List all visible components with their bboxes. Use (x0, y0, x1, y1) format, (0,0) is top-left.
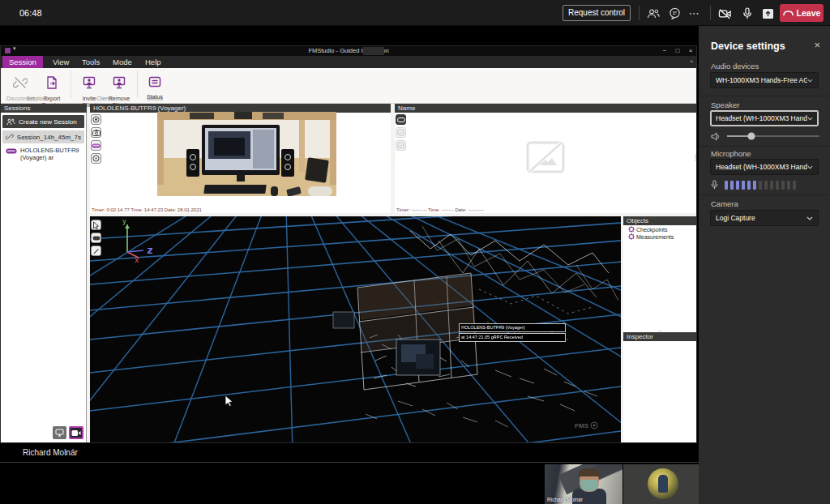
export-session-button[interactable]: Export Session (38, 70, 66, 109)
name-panel-header: Name (395, 104, 696, 113)
status-icon (148, 76, 161, 88)
camera-dropdown[interactable]: Logi Capture (710, 210, 819, 226)
device-settings-panel: Device settings × Audio devices WH-1000X… (699, 26, 830, 504)
ribbon-group-clients: Clients (75, 96, 134, 101)
share-screen-icon[interactable] (761, 6, 775, 20)
hangup-icon (783, 11, 794, 16)
menu-tools[interactable]: Tools (75, 56, 106, 68)
maximize-button[interactable]: □ (672, 46, 683, 56)
3d-viewport[interactable]: x z y (90, 216, 621, 442)
sessions-panel: Create new Session Session_14h_45m_7s HO… (1, 113, 87, 442)
meeting-window: 06:48 Request control ⋯ Leave (0, 0, 830, 504)
leave-button[interactable]: Leave (780, 4, 824, 22)
hololens-tool-icon[interactable] (91, 233, 101, 243)
microphone-label: Microphone (711, 149, 751, 158)
volume-slider[interactable] (727, 135, 819, 137)
mic-level-meter (725, 181, 796, 190)
close-panel-icon[interactable]: × (814, 39, 820, 51)
capture-target-icon[interactable] (91, 153, 101, 164)
ribbon-group-sessions: Sessions (4, 96, 71, 101)
fmstudio-ribbon: Disconnect Export Session Invite Client … (1, 68, 696, 104)
remote-cursor-highlight (363, 47, 384, 55)
gear-icon (628, 226, 635, 233)
draw-tool-icon[interactable] (91, 246, 101, 256)
snapshot-icon[interactable] (91, 127, 101, 138)
camera-off-icon[interactable] (718, 6, 732, 20)
hololens-view-icon[interactable] (396, 114, 406, 125)
session-list-item[interactable]: Session_14h_45m_7s (2, 130, 84, 143)
participant-video-thumbnail[interactable]: Richard Molnár (545, 464, 622, 504)
participant-avatar-tile[interactable] (623, 464, 703, 504)
request-control-button[interactable]: Request control (563, 5, 631, 21)
tertiary-view-icon[interactable] (396, 140, 406, 151)
secondary-view-icon[interactable] (396, 127, 406, 138)
microphone-icon[interactable] (740, 6, 754, 20)
presenter-name-label: Richard Molnár (23, 448, 78, 457)
menu-view[interactable]: View (46, 56, 75, 68)
remove-client-icon (113, 76, 126, 89)
chat-icon[interactable] (668, 6, 682, 20)
no-image-placeholder-icon (524, 139, 567, 178)
section-divider (699, 194, 830, 195)
ribbon-collapse-icon[interactable]: ^ (690, 56, 693, 68)
toolbar-divider (710, 6, 711, 20)
objects-panel-header: Objects (623, 216, 696, 225)
stage-divider (0, 462, 699, 463)
invite-client-icon (83, 76, 96, 89)
volume-slider-thumb[interactable] (747, 133, 755, 140)
minimize-button[interactable]: − (659, 46, 670, 56)
participants-icon[interactable] (646, 6, 660, 20)
screen-view-button[interactable] (53, 426, 66, 439)
name-panel-caption: Timer: -:--:--.-- Time: --:--:-- Date: -… (396, 207, 484, 212)
remove-client-button[interactable]: Remove Client (105, 70, 134, 109)
speaker-label: Speaker (711, 100, 739, 109)
chevron-down-icon (806, 216, 813, 220)
create-session-button[interactable]: Create new Session (2, 115, 84, 128)
fmstudio-window: ▾ FMStudio - Guided Inspection − □ × Ses… (0, 45, 697, 443)
record-icon[interactable] (91, 114, 101, 125)
chevron-down-icon (807, 79, 813, 83)
close-button[interactable]: × (685, 46, 696, 56)
invite-client-button[interactable]: Invite Client (75, 70, 103, 109)
monitor-icon (55, 429, 64, 437)
video-panel-hololens: HOLOLENS-BUTFR9 (Voyager) (90, 104, 391, 213)
tree-item-measurements[interactable]: Measurements (623, 233, 696, 240)
ribbon-group-others: Others (142, 96, 168, 101)
select-tool-icon[interactable] (91, 220, 101, 230)
tree-item-checkpoints[interactable]: Checkpoints (623, 225, 696, 233)
panel-splitter[interactable]: ⋮ (692, 156, 699, 160)
audio-device-dropdown[interactable]: WH-1000XM3 Hands-Free AG Au... (710, 72, 819, 88)
inspector-panel-header: Inspector (623, 332, 696, 341)
audio-devices-label: Audio devices (711, 62, 759, 70)
inspector-body (623, 341, 696, 439)
session-client-item[interactable]: HOLOLENS-BUTFR9 (Voyager) ar (2, 145, 84, 163)
microphone-dropdown[interactable]: Headset (WH-1000XM3 Hands-F... (710, 159, 819, 175)
tablet (305, 157, 329, 182)
menu-help[interactable]: Help (139, 56, 168, 68)
right-side-panels: Objects Checkpoints Measurements ⋯ Inspe… (623, 216, 696, 442)
video-camera-icon (71, 429, 81, 437)
disconnect-icon (13, 76, 28, 89)
video-view-button[interactable] (69, 426, 83, 439)
menu-session[interactable]: Session (2, 56, 43, 68)
fmstudio-app-icon (5, 48, 11, 53)
scene-annotation: HOLOLENS-BUTFR9 (Voyager) at 14:47:21.05… (459, 323, 566, 342)
titlebar-caret-icon: ▾ (13, 45, 16, 52)
mouse (271, 186, 278, 196)
menu-mode[interactable]: Mode (106, 56, 139, 68)
link-icon (6, 133, 14, 141)
section-divider (699, 96, 830, 96)
fmstudio-titlebar[interactable]: ▾ FMStudio - Guided Inspection − □ × (1, 46, 696, 56)
chevron-down-icon (807, 117, 813, 121)
face-mask (580, 480, 598, 491)
ribbon-separator (71, 70, 71, 98)
speaker-dropdown[interactable]: Headset (WH-1000XM3 Hands-F... (710, 110, 819, 126)
keyboard (203, 185, 267, 194)
speaker-icon (711, 132, 721, 141)
hololens-device-icon[interactable] (91, 140, 101, 151)
ribbon-separator (137, 70, 138, 98)
sessions-panel-header: Sessions (1, 104, 87, 113)
microphone-level-icon (711, 180, 718, 190)
leave-label: Leave (797, 8, 821, 18)
more-options-icon[interactable]: ⋯ (687, 6, 701, 20)
